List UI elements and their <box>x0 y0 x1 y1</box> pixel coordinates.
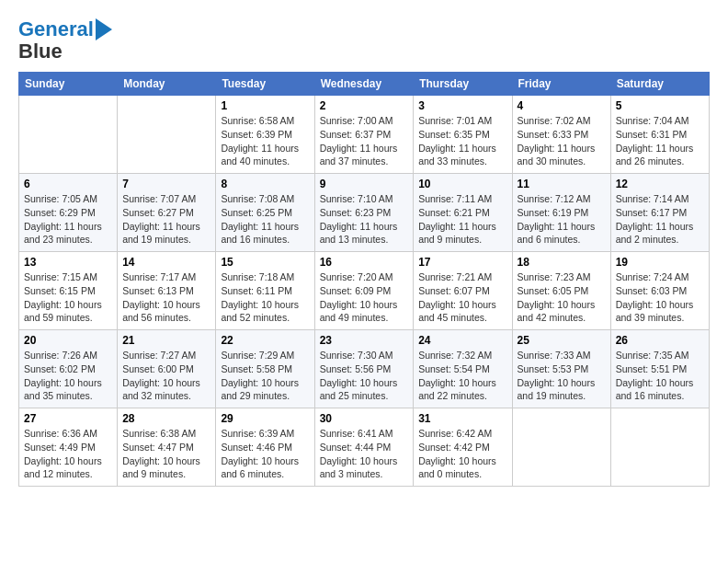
day-info: Sunrise: 7:29 AM Sunset: 5:58 PM Dayligh… <box>221 349 309 403</box>
calendar-cell: 16Sunrise: 7:20 AM Sunset: 6:09 PM Dayli… <box>314 252 414 330</box>
calendar-cell: 27Sunrise: 6:36 AM Sunset: 4:49 PM Dayli… <box>19 408 118 487</box>
day-number: 25 <box>518 334 606 347</box>
day-info: Sunrise: 6:58 AM Sunset: 6:39 PM Dayligh… <box>221 114 309 168</box>
day-info: Sunrise: 7:02 AM Sunset: 6:33 PM Dayligh… <box>518 114 606 168</box>
day-number: 2 <box>320 99 409 112</box>
calendar-cell: 5Sunrise: 7:04 AM Sunset: 6:31 PM Daylig… <box>610 96 709 174</box>
day-number: 12 <box>616 178 704 190</box>
day-number: 15 <box>221 256 309 269</box>
calendar-cell: 3Sunrise: 7:01 AM Sunset: 6:35 PM Daylig… <box>414 96 512 174</box>
calendar-week-row: 6Sunrise: 7:05 AM Sunset: 6:29 PM Daylig… <box>19 174 710 252</box>
day-number: 31 <box>418 412 506 425</box>
calendar-cell: 2Sunrise: 7:00 AM Sunset: 6:37 PM Daylig… <box>314 96 414 174</box>
calendar-cell: 17Sunrise: 7:21 AM Sunset: 6:07 PM Dayli… <box>414 252 512 330</box>
logo: General Blue <box>18 18 112 63</box>
calendar-cell: 4Sunrise: 7:02 AM Sunset: 6:33 PM Daylig… <box>512 96 610 174</box>
day-info: Sunrise: 6:42 AM Sunset: 4:42 PM Dayligh… <box>418 427 506 481</box>
day-number: 10 <box>418 178 506 190</box>
day-number: 9 <box>320 178 409 190</box>
calendar-cell: 7Sunrise: 7:07 AM Sunset: 6:27 PM Daylig… <box>118 174 216 252</box>
day-info: Sunrise: 7:26 AM Sunset: 6:02 PM Dayligh… <box>24 349 112 403</box>
calendar-cell: 18Sunrise: 7:23 AM Sunset: 6:05 PM Dayli… <box>512 252 610 330</box>
calendar-cell: 1Sunrise: 6:58 AM Sunset: 6:39 PM Daylig… <box>216 96 314 174</box>
day-number: 1 <box>221 99 309 112</box>
weekday-header: Sunday <box>19 73 118 96</box>
day-info: Sunrise: 7:15 AM Sunset: 6:15 PM Dayligh… <box>24 270 112 325</box>
day-number: 26 <box>616 334 704 347</box>
calendar-cell <box>610 408 709 487</box>
day-number: 14 <box>122 256 210 269</box>
day-info: Sunrise: 7:12 AM Sunset: 6:19 PM Dayligh… <box>518 192 606 247</box>
day-info: Sunrise: 7:14 AM Sunset: 6:17 PM Dayligh… <box>616 192 704 247</box>
day-info: Sunrise: 7:27 AM Sunset: 6:00 PM Dayligh… <box>122 349 210 403</box>
day-info: Sunrise: 7:30 AM Sunset: 5:56 PM Dayligh… <box>320 349 409 403</box>
day-number: 19 <box>616 256 704 269</box>
day-number: 20 <box>24 334 112 347</box>
calendar-cell: 24Sunrise: 7:32 AM Sunset: 5:54 PM Dayli… <box>414 330 512 408</box>
day-number: 21 <box>122 334 210 347</box>
day-number: 27 <box>24 412 112 425</box>
day-info: Sunrise: 7:23 AM Sunset: 6:05 PM Dayligh… <box>518 270 606 325</box>
calendar-cell: 6Sunrise: 7:05 AM Sunset: 6:29 PM Daylig… <box>19 174 118 252</box>
calendar-cell: 28Sunrise: 6:38 AM Sunset: 4:47 PM Dayli… <box>118 408 216 487</box>
calendar-week-row: 1Sunrise: 6:58 AM Sunset: 6:39 PM Daylig… <box>19 96 710 174</box>
day-number: 8 <box>221 178 309 190</box>
calendar-cell: 25Sunrise: 7:33 AM Sunset: 5:53 PM Dayli… <box>512 330 610 408</box>
calendar-cell <box>19 96 118 174</box>
weekday-header: Tuesday <box>216 73 314 96</box>
day-info: Sunrise: 7:24 AM Sunset: 6:03 PM Dayligh… <box>616 270 704 325</box>
day-info: Sunrise: 7:04 AM Sunset: 6:31 PM Dayligh… <box>616 114 704 168</box>
calendar-cell: 29Sunrise: 6:39 AM Sunset: 4:46 PM Dayli… <box>216 408 314 487</box>
day-number: 18 <box>518 256 606 269</box>
calendar-cell: 26Sunrise: 7:35 AM Sunset: 5:51 PM Dayli… <box>610 330 709 408</box>
calendar-cell: 22Sunrise: 7:29 AM Sunset: 5:58 PM Dayli… <box>216 330 314 408</box>
calendar-week-row: 27Sunrise: 6:36 AM Sunset: 4:49 PM Dayli… <box>19 408 710 487</box>
weekday-header: Friday <box>512 73 610 96</box>
day-number: 24 <box>418 334 506 347</box>
day-info: Sunrise: 7:00 AM Sunset: 6:37 PM Dayligh… <box>320 114 409 168</box>
day-info: Sunrise: 7:32 AM Sunset: 5:54 PM Dayligh… <box>418 349 506 403</box>
day-info: Sunrise: 6:41 AM Sunset: 4:44 PM Dayligh… <box>320 427 409 481</box>
weekday-header: Wednesday <box>314 73 414 96</box>
calendar-cell: 21Sunrise: 7:27 AM Sunset: 6:00 PM Dayli… <box>118 330 216 408</box>
weekday-header: Monday <box>118 73 216 96</box>
calendar-cell: 12Sunrise: 7:14 AM Sunset: 6:17 PM Dayli… <box>610 174 709 252</box>
logo-arrow-icon <box>96 18 112 40</box>
day-info: Sunrise: 7:21 AM Sunset: 6:07 PM Dayligh… <box>418 270 506 325</box>
day-number: 11 <box>518 178 606 190</box>
day-number: 30 <box>320 412 409 425</box>
day-number: 7 <box>122 178 210 190</box>
calendar-cell: 13Sunrise: 7:15 AM Sunset: 6:15 PM Dayli… <box>19 252 118 330</box>
logo-text-blue: Blue <box>18 40 63 63</box>
day-number: 4 <box>518 99 606 112</box>
day-number: 3 <box>418 99 506 112</box>
calendar-cell: 23Sunrise: 7:30 AM Sunset: 5:56 PM Dayli… <box>314 330 414 408</box>
calendar-week-row: 13Sunrise: 7:15 AM Sunset: 6:15 PM Dayli… <box>19 252 710 330</box>
weekday-header: Saturday <box>610 73 709 96</box>
calendar-cell: 14Sunrise: 7:17 AM Sunset: 6:13 PM Dayli… <box>118 252 216 330</box>
calendar-cell: 31Sunrise: 6:42 AM Sunset: 4:42 PM Dayli… <box>414 408 512 487</box>
weekday-header: Thursday <box>414 73 512 96</box>
day-info: Sunrise: 7:17 AM Sunset: 6:13 PM Dayligh… <box>122 270 210 325</box>
calendar-cell: 10Sunrise: 7:11 AM Sunset: 6:21 PM Dayli… <box>414 174 512 252</box>
day-info: Sunrise: 7:20 AM Sunset: 6:09 PM Dayligh… <box>320 270 409 325</box>
day-info: Sunrise: 6:39 AM Sunset: 4:46 PM Dayligh… <box>221 427 309 481</box>
calendar-cell: 19Sunrise: 7:24 AM Sunset: 6:03 PM Dayli… <box>610 252 709 330</box>
calendar-cell: 20Sunrise: 7:26 AM Sunset: 6:02 PM Dayli… <box>19 330 118 408</box>
day-number: 28 <box>122 412 210 425</box>
page-header: General Blue <box>18 18 710 63</box>
day-info: Sunrise: 7:35 AM Sunset: 5:51 PM Dayligh… <box>616 349 704 403</box>
day-number: 23 <box>320 334 409 347</box>
day-number: 17 <box>418 256 506 269</box>
calendar-table: SundayMondayTuesdayWednesdayThursdayFrid… <box>18 72 710 487</box>
day-number: 29 <box>221 412 309 425</box>
day-number: 5 <box>616 99 704 112</box>
calendar-cell: 11Sunrise: 7:12 AM Sunset: 6:19 PM Dayli… <box>512 174 610 252</box>
day-number: 13 <box>24 256 112 269</box>
day-info: Sunrise: 7:08 AM Sunset: 6:25 PM Dayligh… <box>221 192 309 247</box>
day-info: Sunrise: 6:38 AM Sunset: 4:47 PM Dayligh… <box>122 427 210 481</box>
day-info: Sunrise: 6:36 AM Sunset: 4:49 PM Dayligh… <box>24 427 112 481</box>
calendar-header-row: SundayMondayTuesdayWednesdayThursdayFrid… <box>19 73 710 96</box>
day-number: 6 <box>24 178 112 190</box>
day-info: Sunrise: 7:33 AM Sunset: 5:53 PM Dayligh… <box>518 349 606 403</box>
